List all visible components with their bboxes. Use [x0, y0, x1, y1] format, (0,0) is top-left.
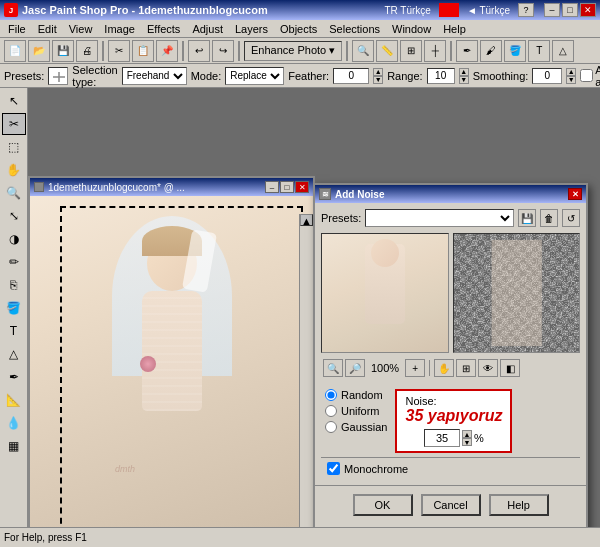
zoom-custom-btn[interactable]: +: [405, 359, 425, 377]
maximize-btn[interactable]: □: [562, 3, 578, 17]
guides-btn[interactable]: ┼: [424, 40, 446, 62]
menu-view[interactable]: View: [63, 22, 99, 36]
paste-btn[interactable]: 📌: [156, 40, 178, 62]
image-maximize-btn[interactable]: □: [280, 181, 294, 193]
tool-move[interactable]: ✋: [2, 159, 26, 181]
scrollbar-vertical[interactable]: ▲ ▼: [299, 214, 313, 547]
cut-btn[interactable]: ✂: [108, 40, 130, 62]
menu-effects[interactable]: Effects: [141, 22, 186, 36]
noise-spin[interactable]: ▲ ▼: [462, 430, 472, 446]
zoom-in-btn[interactable]: 🔎: [345, 359, 365, 377]
new-btn[interactable]: 📄: [4, 40, 26, 62]
smoothing-label: Smoothing:: [473, 70, 529, 82]
save-btn[interactable]: 💾: [52, 40, 74, 62]
tool-clone[interactable]: ⎘: [2, 274, 26, 296]
image-minimize-btn[interactable]: –: [265, 181, 279, 193]
dialog-title-bar: ≋ Add Noise ✕: [315, 185, 586, 203]
zoom-out-btn[interactable]: 🔍: [323, 359, 343, 377]
open-btn[interactable]: 📂: [28, 40, 50, 62]
antialias-checkbox[interactable]: [580, 69, 593, 82]
feather-up[interactable]: ▲: [373, 68, 383, 76]
ruler-btn[interactable]: 📏: [376, 40, 398, 62]
brush-btn[interactable]: 🖌: [480, 40, 502, 62]
undo-btn[interactable]: ↩: [188, 40, 210, 62]
smoothing-up[interactable]: ▲: [566, 68, 576, 76]
tool-pen[interactable]: ✒: [2, 366, 26, 388]
radio-gaussian-input[interactable]: [325, 421, 337, 433]
menu-window[interactable]: Window: [386, 22, 437, 36]
tool-fill[interactable]: 🪣: [2, 297, 26, 319]
tool-zoom[interactable]: 🔍: [2, 182, 26, 204]
menu-selections[interactable]: Selections: [323, 22, 386, 36]
tool-measure[interactable]: 📐: [2, 389, 26, 411]
tool-shape[interactable]: △: [2, 343, 26, 365]
range-up[interactable]: ▲: [459, 68, 469, 76]
noise-down-btn[interactable]: ▼: [462, 438, 472, 446]
tool-deform[interactable]: ⤡: [2, 205, 26, 227]
radio-random-input[interactable]: [325, 389, 337, 401]
tool-paint[interactable]: ✏: [2, 251, 26, 273]
menu-adjust[interactable]: Adjust: [186, 22, 229, 36]
cancel-button[interactable]: Cancel: [421, 494, 481, 516]
menu-help[interactable]: Help: [437, 22, 472, 36]
preset-save-btn[interactable]: 💾: [518, 209, 536, 227]
scroll-up-btn[interactable]: ▲: [300, 214, 313, 226]
range-input[interactable]: [427, 68, 455, 84]
menu-objects[interactable]: Objects: [274, 22, 323, 36]
tool-arrow[interactable]: ↖: [2, 90, 26, 112]
dialog-presets-select[interactable]: [365, 209, 514, 227]
tool-dodge[interactable]: ◑: [2, 228, 26, 250]
smoothing-down[interactable]: ▼: [566, 76, 576, 84]
dialog-close-btn[interactable]: ✕: [568, 188, 582, 200]
zoom-btn[interactable]: 🔍: [352, 40, 374, 62]
tool-gradient[interactable]: ▦: [2, 435, 26, 457]
feather-spin[interactable]: ▲ ▼: [373, 68, 383, 84]
print-btn[interactable]: 🖨: [76, 40, 98, 62]
toggle-btn[interactable]: ⊞: [456, 359, 476, 377]
flag-btn[interactable]: [439, 3, 459, 17]
enhance-photo-btn[interactable]: Enhance Photo ▾: [244, 41, 342, 61]
noise-up-btn[interactable]: ▲: [462, 430, 472, 438]
redo-btn[interactable]: ↪: [212, 40, 234, 62]
mode-select[interactable]: Replace: [225, 67, 284, 85]
presets-row: Presets: 💾 🗑 ↺: [321, 209, 580, 227]
pan-btn[interactable]: ✋: [434, 359, 454, 377]
close-btn[interactable]: ✕: [580, 3, 596, 17]
image-close-btn[interactable]: ✕: [295, 181, 309, 193]
selection-type-select[interactable]: Freehand: [122, 67, 187, 85]
range-down[interactable]: ▼: [459, 76, 469, 84]
preset-delete-btn[interactable]: 🗑: [540, 209, 558, 227]
tool-select[interactable]: ✂: [2, 113, 26, 135]
monochrome-checkbox[interactable]: [327, 462, 340, 475]
smoothing-input[interactable]: [532, 68, 562, 84]
dialog-buttons: OK Cancel Help: [315, 485, 586, 524]
help-btn[interactable]: ?: [518, 3, 534, 17]
pen-btn[interactable]: ✒: [456, 40, 478, 62]
tool-eyedrop[interactable]: 💧: [2, 412, 26, 434]
menu-layers[interactable]: Layers: [229, 22, 274, 36]
grid-btn[interactable]: ⊞: [400, 40, 422, 62]
shape-btn[interactable]: △: [552, 40, 574, 62]
range-spin[interactable]: ▲ ▼: [459, 68, 469, 84]
minimize-btn[interactable]: –: [544, 3, 560, 17]
ok-button[interactable]: OK: [353, 494, 413, 516]
menu-file[interactable]: File: [2, 22, 32, 36]
copy-btn[interactable]: 📋: [132, 40, 154, 62]
body: [142, 291, 202, 411]
antialias-label: Anti-alias: [595, 64, 600, 88]
view-btn[interactable]: 👁: [478, 359, 498, 377]
tool-text[interactable]: T: [2, 320, 26, 342]
feather-down[interactable]: ▼: [373, 76, 383, 84]
menu-image[interactable]: Image: [98, 22, 141, 36]
radio-uniform-input[interactable]: [325, 405, 337, 417]
compare-btn[interactable]: ◧: [500, 359, 520, 377]
smoothing-spin[interactable]: ▲ ▼: [566, 68, 576, 84]
help-button[interactable]: Help: [489, 494, 549, 516]
text-btn[interactable]: T: [528, 40, 550, 62]
menu-edit[interactable]: Edit: [32, 22, 63, 36]
noise-value-input[interactable]: [424, 429, 460, 447]
fill-btn[interactable]: 🪣: [504, 40, 526, 62]
tool-crop[interactable]: ⬚: [2, 136, 26, 158]
preset-reset-btn[interactable]: ↺: [562, 209, 580, 227]
feather-input[interactable]: [333, 68, 369, 84]
